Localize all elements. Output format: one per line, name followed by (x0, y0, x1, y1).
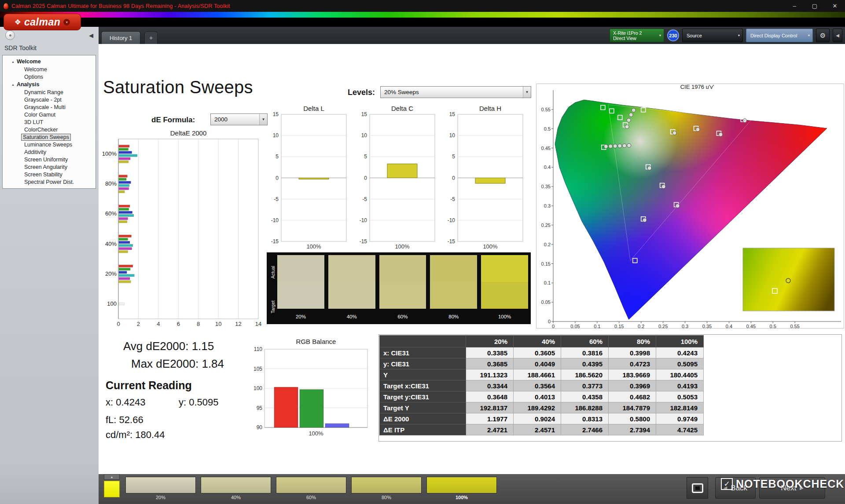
sidebar-item-options[interactable]: Options (3, 73, 96, 80)
measurement-marker (604, 144, 608, 148)
svg-text:0.35: 0.35 (541, 184, 551, 189)
calman-window: Calman 2025 Calman Ultimate for Business… (0, 0, 845, 504)
svg-text:95: 95 (257, 405, 263, 411)
svg-text:8: 8 (197, 321, 200, 327)
measurement-marker (609, 144, 613, 148)
actual-swatch (430, 255, 477, 282)
sidebar-item-screen-angularity[interactable]: Screen Angularity (3, 163, 96, 171)
sidebar-item-grayscale-multi[interactable]: Grayscale - Multi (3, 103, 96, 111)
titlebar: Calman 2025 Calman Ultimate for Business… (0, 0, 845, 12)
calman-logo-button[interactable]: ❖ calman ▼ (4, 14, 81, 30)
sidebar-item-screen-stability[interactable]: Screen Stability (3, 171, 96, 178)
arrow-left-icon: ◀ (89, 32, 93, 39)
svg-text:0.05: 0.05 (541, 299, 551, 305)
window-title: Calman 2025 Calman Ultimate for Business… (11, 3, 230, 9)
sidebar-item-additivity[interactable]: Additivity (3, 148, 96, 156)
current-patch-swatch[interactable] (104, 481, 120, 497)
tab-history-1[interactable]: History 1 (101, 31, 140, 44)
svg-text:4: 4 (157, 321, 160, 327)
svg-text:105: 105 (254, 366, 262, 372)
sidebar-item-welcome[interactable]: Welcome (3, 66, 96, 73)
svg-text:5: 5 (364, 153, 367, 160)
svg-text:100%: 100% (102, 150, 117, 157)
actual-row-label: Actual (268, 255, 277, 290)
sidebar-menu-button[interactable] (5, 30, 15, 40)
sweep-swatch-100%: 100% (481, 255, 528, 324)
sidebar-item-grayscale-2pt[interactable]: Grayscale - 2pt (3, 96, 96, 103)
minimize-button[interactable]: – (784, 0, 805, 12)
svg-text:12: 12 (235, 321, 241, 327)
sweep-swatch-40%: 40% (328, 255, 375, 324)
svg-text:100: 100 (254, 385, 262, 391)
svg-text:0.5: 0.5 (770, 324, 776, 328)
svg-text:0.25: 0.25 (541, 223, 551, 228)
svg-text:110: 110 (254, 346, 262, 352)
source-label: Source (683, 33, 735, 38)
svg-text:10: 10 (449, 132, 456, 139)
current-reading-x: x: 0.4243 (106, 397, 146, 408)
tray-expand-handle[interactable]: ▲ (104, 474, 120, 480)
svg-text:0.2: 0.2 (544, 242, 551, 247)
settings-button[interactable]: ⚙ (816, 29, 830, 42)
collapse-panel-button[interactable]: ◀ (833, 29, 842, 42)
svg-text:-15: -15 (360, 238, 367, 245)
meter-dropdown[interactable]: X-Rite i1Pro 2 Direct View ▼ (610, 29, 664, 42)
svg-text:-5: -5 (362, 196, 367, 202)
sidebar-item-saturation-sweeps[interactable]: Saturation Sweeps (3, 133, 96, 141)
svg-text:-5: -5 (274, 196, 279, 202)
rgb-balance-chart: RGB Balance1101051009590100% (249, 338, 376, 439)
page-title: Saturation Sweeps (103, 77, 253, 97)
patch-button-40%[interactable]: 40% (201, 477, 271, 500)
svg-text:0.15: 0.15 (614, 324, 624, 328)
tree-group-welcome[interactable]: ▲Welcome (3, 58, 96, 66)
svg-text:Delta C: Delta C (391, 105, 413, 112)
levels-dropdown[interactable]: 20% Sweeps ▼ (380, 86, 531, 98)
svg-text:Delta L: Delta L (303, 105, 324, 112)
window-patch-button[interactable] (687, 477, 708, 499)
measurement-marker (632, 108, 636, 112)
column-header-60%: 60% (561, 336, 609, 347)
sidebar-item-dynamic-range[interactable]: Dynamic Range (3, 88, 96, 96)
sidebar-item-color-gamut[interactable]: Color Gamut (3, 111, 96, 118)
sidebar-item-3d-lut[interactable]: 3D LUT (3, 118, 96, 126)
target-swatch (379, 282, 426, 309)
sidebar-item-spectral-power-dist-[interactable]: Spectral Power Dist. (3, 178, 96, 186)
svg-text:Delta H: Delta H (479, 105, 501, 112)
svg-text:CIE 1976 u'v': CIE 1976 u'v' (680, 84, 714, 90)
sidebar-collapse-button[interactable]: ◀ (89, 32, 93, 39)
maximize-button[interactable]: ▢ (805, 0, 825, 12)
svg-text:0: 0 (548, 319, 551, 324)
meter-count-badge[interactable]: 230 (667, 29, 679, 41)
meter-line2: Direct View (613, 36, 657, 41)
add-tab-button[interactable]: + (144, 31, 158, 44)
sidebar-title: SDR Toolkit (4, 44, 37, 51)
sidebar-item-luminance-sweeps[interactable]: Luminance Sweeps (3, 141, 96, 148)
svg-text:6: 6 (177, 321, 180, 327)
levels-value: 20% Sweeps (381, 89, 523, 95)
sidebar-item-screen-uniformity[interactable]: Screen Uniformity (3, 156, 96, 163)
tree-group-analysis[interactable]: ▲Analysis (3, 80, 96, 88)
svg-text:-10: -10 (448, 217, 456, 223)
de-formula-label: dE Formula: (151, 116, 195, 124)
display-control-dropdown[interactable]: Direct Display Control ▼ (746, 29, 813, 42)
svg-text:100%: 100% (395, 243, 410, 250)
actual-target-swatch-strip: Actual Target 20%40%60%80%100% (267, 252, 531, 324)
target-swatch (481, 282, 528, 309)
de-formula-dropdown[interactable]: 2000 ▼ (210, 113, 268, 125)
delta-l-chart: Delta L151050-5-10-15100% (266, 105, 350, 250)
svg-text:90: 90 (257, 424, 263, 431)
source-dropdown[interactable]: Source ▼ (682, 29, 743, 42)
sidebar-item-colorchecker[interactable]: ColorChecker (3, 126, 96, 133)
sidebar: ◀ SDR Toolkit ▲WelcomeWelcomeOptions▲Ana… (0, 27, 99, 504)
patch-button-100%[interactable]: 100% (426, 477, 497, 500)
patch-button-20%[interactable]: 20% (125, 477, 196, 500)
measurement-marker (647, 166, 651, 170)
tree-toggle-icon: ▲ (11, 83, 15, 86)
patch-button-60%[interactable]: 60% (276, 477, 346, 500)
table-row: y: CIE310.36850.40490.43950.47230.5095 (380, 358, 704, 369)
svg-text:14: 14 (255, 321, 261, 327)
column-header-100%: 100% (656, 336, 704, 347)
patch-button-80%[interactable]: 80% (351, 477, 422, 500)
svg-text:0: 0 (552, 324, 555, 328)
close-button[interactable]: ✕ (825, 0, 845, 12)
